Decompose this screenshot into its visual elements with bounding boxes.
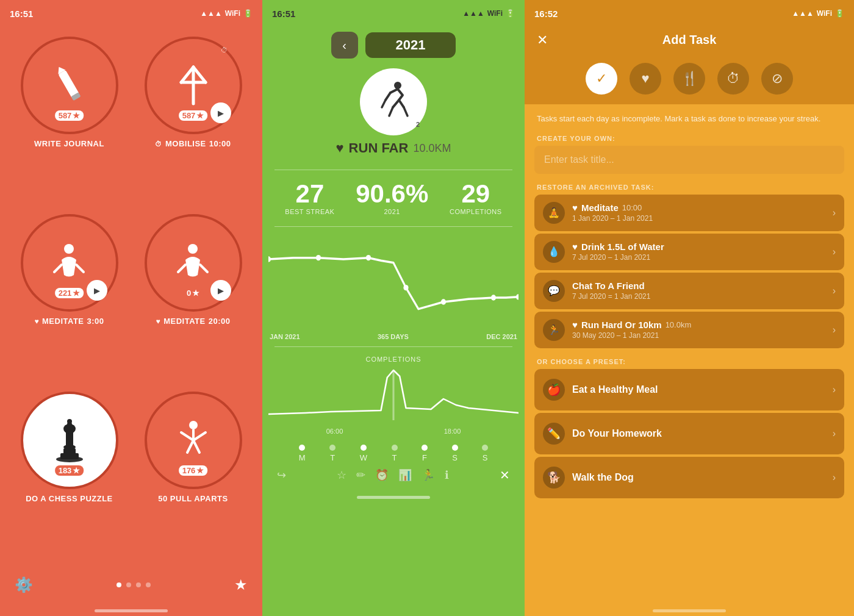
pct-num: 90.6% bbox=[356, 181, 428, 207]
water-list-icon: 💧 bbox=[543, 241, 565, 263]
pct-label: 2021 bbox=[356, 208, 428, 215]
habit-circle-meditate-2[interactable]: 0 ★ ▶ bbox=[145, 214, 242, 312]
dot-3[interactable] bbox=[136, 582, 141, 587]
category-clock[interactable]: ⏱ bbox=[717, 63, 749, 95]
play-button-mobilise[interactable]: ▶ bbox=[210, 102, 231, 123]
close-button[interactable]: ✕ bbox=[537, 32, 548, 48]
wifi-icon-2: WiFi bbox=[487, 9, 503, 18]
dot-1[interactable] bbox=[117, 582, 121, 587]
home-indicator-1 bbox=[95, 609, 168, 612]
year-pill[interactable]: 2021 bbox=[365, 32, 456, 58]
svg-point-21 bbox=[189, 421, 198, 429]
list-item: 0 ★ ▶ ♥ MEDITATE 20:00 bbox=[136, 214, 250, 382]
list-item[interactable]: 💧 ♥ Drink 1.5L of Water 7 Jul 2020 – 1 J… bbox=[534, 234, 844, 270]
add-task-scroll[interactable]: Tasks start each day as incomplete. Mark… bbox=[525, 104, 854, 604]
list-item[interactable]: 🐕 Walk the Dog › bbox=[534, 457, 844, 498]
clock-icon: ⏱ bbox=[221, 46, 228, 54]
chat-title: Chat To A Friend bbox=[572, 281, 825, 291]
day-indicators: M T W T F S S bbox=[262, 439, 525, 463]
chat-content: Chat To A Friend 7 Jul 2020 = 1 Jan 2021 bbox=[572, 281, 825, 301]
wifi-icon-3: WiFi bbox=[817, 9, 832, 18]
play-button-meditate-1[interactable]: ▶ bbox=[87, 280, 107, 301]
task-title-input[interactable] bbox=[534, 146, 844, 174]
run-label: ♥ RUN FAR 10.0KM bbox=[336, 140, 451, 156]
category-checkmark[interactable]: ✓ bbox=[586, 63, 617, 95]
time-2: 16:51 bbox=[272, 9, 295, 19]
svg-line-4 bbox=[193, 67, 206, 82]
day-T1: T bbox=[329, 445, 336, 463]
streak-chart bbox=[262, 233, 525, 331]
habit-circle-pull-aparts[interactable]: 176 ★ bbox=[145, 392, 242, 489]
day-dot-S1 bbox=[452, 445, 458, 451]
meditate-title: ♥ Meditate 10:00 bbox=[572, 202, 825, 213]
chart-icon[interactable]: 📊 bbox=[398, 468, 412, 482]
share-icon[interactable]: ↪ bbox=[277, 468, 286, 482]
year-header: ‹ 2021 bbox=[262, 27, 525, 66]
svg-line-9 bbox=[76, 265, 84, 272]
meditate-icon-1 bbox=[49, 242, 89, 284]
habit-label-chess: DO A CHESS PUZZLE bbox=[26, 494, 113, 503]
run-habit-circle[interactable]: 2 bbox=[360, 68, 427, 135]
habit-circle-write-journal[interactable]: 587 ★ bbox=[21, 37, 118, 134]
dot-2[interactable] bbox=[126, 582, 131, 587]
divider-3 bbox=[274, 346, 512, 347]
svg-line-3 bbox=[181, 67, 193, 82]
close-icon-2[interactable]: ✕ bbox=[500, 468, 510, 482]
streak-mobilise: 587 ★ bbox=[179, 110, 208, 121]
bar-x-labels: 06:00 18:00 bbox=[268, 426, 518, 436]
list-item[interactable]: ✏️ Do Your Homework › bbox=[534, 413, 844, 454]
star-icon[interactable]: ★ bbox=[234, 576, 248, 593]
category-food[interactable]: 🍴 bbox=[673, 63, 705, 95]
category-heart[interactable]: ♥ bbox=[630, 63, 661, 95]
category-icons-row: ✓ ♥ 🍴 ⏱ ⊘ bbox=[525, 53, 854, 104]
back-button[interactable]: ‹ bbox=[331, 32, 358, 59]
signal-icon: ▲▲▲ bbox=[200, 9, 222, 18]
svg-line-25 bbox=[187, 440, 193, 453]
list-item[interactable]: 🏃 ♥ Run Hard Or 10km 10.0km 30 May 2020 … bbox=[534, 312, 844, 348]
create-own-label: CREATE YOUR OWN: bbox=[525, 130, 854, 146]
svg-point-33 bbox=[491, 295, 496, 300]
completions-num: 29 bbox=[450, 181, 502, 207]
bar-right-label: 18:00 bbox=[444, 428, 461, 435]
day-F: F bbox=[422, 445, 428, 463]
day-dot-T1 bbox=[329, 445, 336, 451]
status-bar-2: 16:51 ▲▲▲ WiFi 🔋 bbox=[262, 0, 525, 27]
meditate-content: ♥ Meditate 10:00 1 Jan 2020 – 1 Jan 2021 bbox=[572, 202, 825, 223]
svg-line-12 bbox=[200, 265, 207, 272]
streak-meditate-1: 221 ★ bbox=[55, 288, 84, 298]
settings-icon[interactable]: ⚙️ bbox=[15, 576, 33, 593]
run-number: 2 bbox=[416, 121, 420, 128]
day-S1: S bbox=[452, 445, 458, 463]
category-blocked[interactable]: ⊘ bbox=[761, 63, 793, 95]
habit-circle-chess[interactable]: 183 ★ bbox=[21, 392, 118, 489]
run-hard-title: ♥ Run Hard Or 10km 10.0km bbox=[572, 320, 825, 330]
alarm-icon[interactable]: ⏰ bbox=[375, 468, 389, 482]
play-button-meditate-2[interactable]: ▶ bbox=[210, 280, 231, 301]
list-item: ⏱ 587 ★ ▶ ⏱ MOBILISE 10:00 bbox=[136, 37, 250, 204]
time-1: 16:51 bbox=[10, 9, 33, 19]
svg-point-28 bbox=[268, 256, 271, 262]
habit-circle-meditate-1[interactable]: 221 ★ ▶ bbox=[21, 214, 118, 312]
svg-line-11 bbox=[178, 265, 185, 272]
list-item[interactable]: 🧘 ♥ Meditate 10:00 1 Jan 2020 – 1 Jan 20… bbox=[534, 195, 844, 231]
edit-icon[interactable]: ✏ bbox=[356, 468, 365, 482]
status-icons-3: ▲▲▲ WiFi 🔋 bbox=[792, 9, 844, 18]
habit-circle-mobilise[interactable]: ⏱ 587 ★ ▶ bbox=[145, 37, 242, 134]
star-icon-2[interactable]: ☆ bbox=[337, 468, 346, 482]
list-item[interactable]: 💬 Chat To A Friend 7 Jul 2020 = 1 Jan 20… bbox=[534, 273, 844, 309]
run-icon-2[interactable]: 🏃 bbox=[422, 468, 435, 482]
best-streak-num: 27 bbox=[285, 181, 334, 207]
chart-left-label: JAN 2021 bbox=[270, 333, 300, 340]
habit-label-pull-aparts: 50 PULL APARTS bbox=[158, 494, 228, 503]
info-icon[interactable]: ℹ bbox=[445, 468, 449, 482]
page-title: Add Task bbox=[662, 33, 717, 47]
svg-point-30 bbox=[366, 255, 371, 260]
list-item[interactable]: 🍎 Eat a Healthy Meal › bbox=[534, 369, 844, 410]
meditate-list-icon: 🧘 bbox=[543, 202, 565, 224]
day-M: M bbox=[299, 445, 306, 463]
dot-4[interactable] bbox=[146, 582, 151, 587]
chevron-right-icon: › bbox=[833, 207, 836, 218]
habits-grid: 587 ★ WRITE JOURNAL ⏱ 587 ★ ▶ bbox=[0, 27, 262, 569]
chevron-right-icon-3: › bbox=[833, 285, 836, 296]
chevron-right-icon-2: › bbox=[833, 246, 836, 257]
